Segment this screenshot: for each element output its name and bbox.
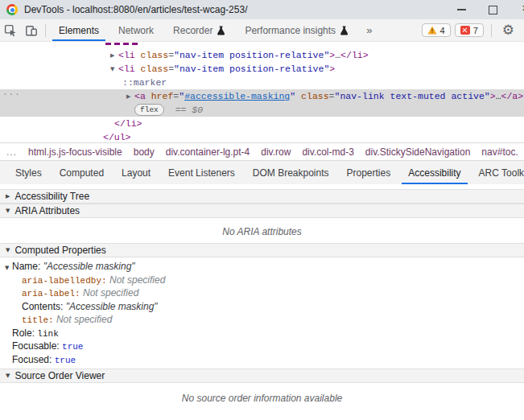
flex-badge[interactable]: flex [134,104,164,116]
collapsed-arrow-icon[interactable]: ▶ [6,193,10,200]
tab-recorder-label: Recorder [173,25,212,36]
computed-properties-list: ▼Name: "Accessible masking" aria-labelle… [0,260,524,366]
section-computed-properties-label: Computed Properties [14,245,105,256]
expanded-arrow-icon[interactable]: ▼ [6,247,10,253]
settings-gear-icon[interactable]: ⚙ [499,23,521,37]
tab-properties[interactable]: Properties [338,161,400,184]
window-controls: ✕ [457,0,524,19]
node-actions-ellipsis-icon[interactable]: ... [2,88,21,97]
tab-event-listeners[interactable]: Event Listeners [159,161,244,184]
source-order-empty-message: No source order information available [0,393,524,404]
property-row-focusable[interactable]: Focusable: true [0,340,524,353]
breadcrumb-item-row[interactable]: div.row [261,146,291,158]
section-source-order-viewer[interactable]: ▼ Source Order Viewer [0,369,524,383]
section-computed-properties[interactable]: ▼ Computed Properties [0,243,524,257]
maximize-button[interactable] [489,6,497,14]
tab-network-label: Network [118,25,154,36]
aria-empty-message: No ARIA attributes [0,226,524,237]
section-accessibility-tree-label: Accessibility Tree [14,191,89,202]
property-row-role[interactable]: Role: link [0,327,524,340]
property-row-title[interactable]: title: Not specified [0,313,524,327]
error-icon [460,26,470,35]
property-row-aria-label[interactable]: aria-label: Not specified [0,286,524,300]
property-row-aria-labelledby[interactable]: aria-labelledby: Not specified [0,274,524,287]
breadcrumb-item-col[interactable]: div.col-md-3 [302,146,353,158]
dom-node-li-expanded[interactable]: ▼<li class="nav-item position-relative"> [110,62,335,76]
tab-elements[interactable]: Elements [49,19,109,41]
window-title: DevTools - localhost:8080/en/articles/te… [24,4,247,15]
property-row-focused[interactable]: Focused: true [0,353,524,367]
dom-node-anchor-selected[interactable]: ▶<a href="#accessible-masking" class="na… [126,89,523,103]
expanded-arrow-icon[interactable]: ▼ [6,373,10,379]
warning-count: 4 [440,26,445,35]
collapse-arrow-icon[interactable]: ▼ [110,63,118,76]
breadcrumb-item-sticky-nav[interactable]: div.StickySideNavigation [365,146,471,158]
section-aria-attributes[interactable]: ▼ ARIA Attributes [0,204,524,218]
experiment-flask-icon [217,26,225,35]
breadcrumb-item-nav-toc[interactable]: nav#toc. [481,146,518,158]
equals-equals [164,105,175,115]
errors-badge[interactable]: 7 [455,23,484,37]
breadcrumb-item-html[interactable]: html.js.js-focus-visible [28,146,122,158]
section-source-order-viewer-label: Source Order Viewer [14,370,105,381]
tab-properties-label: Properties [347,167,391,179]
property-row-contents[interactable]: Contents: "Accessible masking" [0,300,524,314]
device-toolbar-icon[interactable] [21,20,42,41]
expand-arrow-icon[interactable]: ▶ [126,90,134,104]
minimize-button[interactable] [457,9,466,10]
tab-computed[interactable]: Computed [51,161,113,184]
toolbar-badges: 4 7 ⚙ [422,23,524,37]
dollar-zero-ref: $0 [192,105,203,115]
property-row-name[interactable]: ▼Name: "Accessible masking" [0,260,524,274]
breadcrumb-item-container[interactable]: div.container-lg.pt-4 [166,146,250,158]
breadcrumb-overflow-icon[interactable]: ... [6,146,17,158]
sidebar-panel-tabs: Styles Computed Layout Event Listeners D… [0,160,524,184]
clipped-dom-line [105,43,141,45]
expand-arrow-icon[interactable]: ▶ [110,49,118,63]
tab-computed-label: Computed [60,167,104,179]
chrome-logo-icon [6,4,18,15]
dom-node-li-collapsed[interactable]: ▶<li class="nav-item position-relative">… [110,48,369,62]
warning-triangle-icon [427,26,437,35]
expanded-arrow-icon[interactable]: ▼ [5,261,12,275]
tab-network[interactable]: Network [109,19,163,41]
toolbar-separator [491,24,492,37]
window-titlebar: DevTools - localhost:8080/en/articles/te… [0,0,524,19]
experiment-flask-icon [340,26,349,35]
section-accessibility-tree[interactable]: ▶ Accessibility Tree [0,189,524,204]
warnings-badge[interactable]: 4 [422,23,451,37]
dom-node-pseudo-marker[interactable]: ::marker [122,76,167,89]
href-link[interactable]: #accessible-masking [184,91,290,101]
tab-dom-breakpoints[interactable]: DOM Breakpoints [244,161,338,184]
tab-recorder[interactable]: Recorder [163,19,235,41]
tab-accessibility[interactable]: Accessibility [399,161,469,184]
tab-arc-toolkit[interactable]: ARC Toolkit [470,161,524,184]
dom-node-li-close[interactable]: </li> [114,117,142,130]
tab-dom-breakpoints-label: DOM Breakpoints [253,167,329,179]
tab-elements-label: Elements [59,25,99,36]
breadcrumb-item-body[interactable]: body [134,146,155,158]
toolbar-separator [45,24,46,37]
more-tabs-icon[interactable]: » [358,24,380,36]
section-aria-attributes-label: ARIA Attributes [14,205,80,216]
tab-accessibility-label: Accessibility [408,167,460,179]
tab-performance-insights-label: Performance insights [245,25,336,36]
elements-tree: ... ▶<li class="nav-item position-relati… [0,42,524,142]
error-count: 7 [473,26,478,35]
expanded-arrow-icon[interactable]: ▼ [6,208,10,214]
name-value: "Accessible masking" [43,261,135,272]
tab-layout[interactable]: Layout [113,161,159,184]
tab-styles[interactable]: Styles [6,161,51,184]
tab-performance-insights[interactable]: Performance insights [235,19,358,41]
breadcrumb: ... html.js.js-focus-visible body div.co… [0,142,524,160]
tab-event-listeners-label: Event Listeners [168,167,235,179]
inspect-element-icon[interactable] [0,20,21,41]
tab-arc-toolkit-label: ARC Toolkit [479,167,524,179]
devtools-toolbar: Elements Network Recorder Performance in… [0,19,524,42]
dom-node-badges-row: flex == $0 [134,103,203,117]
tab-styles-label: Styles [15,167,42,179]
dom-node-ul-close[interactable]: </ul> [103,130,131,142]
tab-layout-label: Layout [122,167,151,179]
